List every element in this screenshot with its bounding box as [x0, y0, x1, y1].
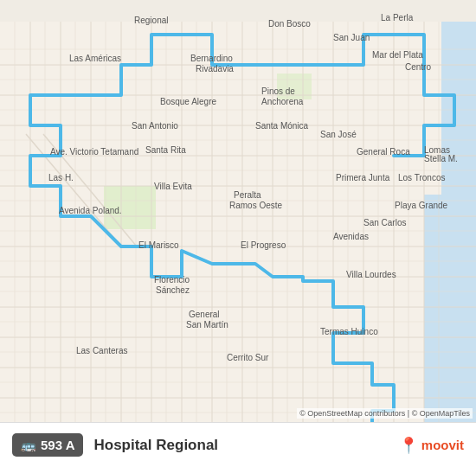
route-destination: Hospital Regional [93, 437, 398, 454]
bus-icon: 🚌 [21, 438, 35, 452]
route-badge: 🚌 593 A [12, 433, 83, 457]
route-number-badge: 593 A [41, 438, 74, 452]
moovit-wordmark: moovit [421, 438, 464, 452]
svg-rect-0 [0, 22, 476, 445]
svg-rect-3 [104, 186, 156, 229]
map-attribution: © OpenStreetMap contributors | © OpenMap… [297, 408, 473, 419]
moovit-logo: 📍 moovit [399, 436, 464, 455]
map-container: RegionalDon BoscoLa PerlaSan JuanLas Amé… [0, 0, 476, 467]
moovit-pin-icon: 📍 [399, 436, 418, 455]
footer-bar: 🚌 593 A Hospital Regional 📍 moovit [0, 422, 476, 467]
